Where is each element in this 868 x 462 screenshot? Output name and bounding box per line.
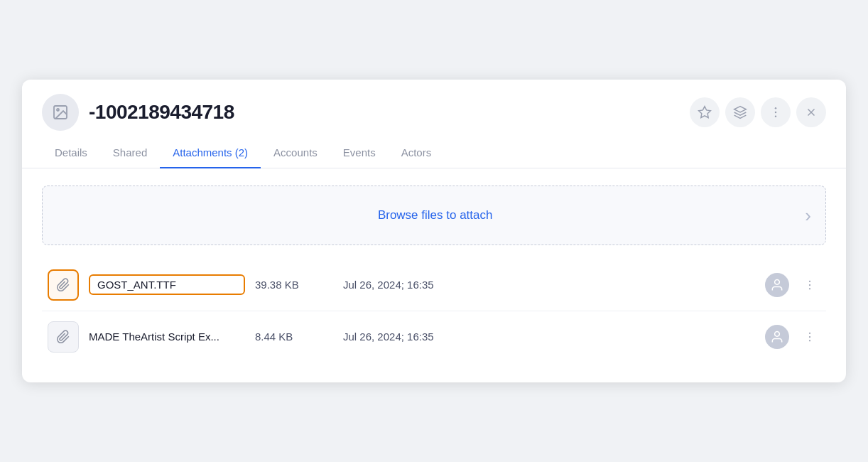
tab-details[interactable]: Details (42, 139, 100, 168)
content-area: Browse files to attach › GOST_ANT.TTF 39… (22, 168, 846, 382)
file-icon-attachment (48, 321, 79, 353)
tab-events[interactable]: Events (330, 139, 389, 168)
file-user-avatar (765, 325, 789, 349)
svg-point-16 (809, 340, 810, 341)
avatar (42, 94, 79, 131)
tab-shared[interactable]: Shared (100, 139, 160, 168)
svg-point-1 (57, 109, 59, 111)
svg-point-6 (775, 116, 777, 118)
file-icon-attachment (48, 269, 79, 301)
tab-accounts[interactable]: Accounts (261, 139, 330, 168)
file-row: MADE TheArtist Script Ex... 8.44 KB Jul … (42, 311, 826, 362)
file-user-avatar (765, 273, 789, 297)
header-actions (690, 97, 826, 127)
svg-marker-3 (734, 107, 747, 112)
svg-point-10 (809, 280, 810, 281)
file-row: GOST_ANT.TTF 39.38 KB Jul 26, 2024; 16:3… (42, 259, 826, 311)
file-list: GOST_ANT.TTF 39.38 KB Jul 26, 2024; 16:3… (42, 259, 826, 362)
main-card: -1002189434718 (22, 80, 846, 382)
browse-files-text: Browse files to attach (65, 208, 805, 222)
tabs: Details Shared Attachments (2) Accounts … (22, 139, 846, 168)
entity-title: -1002189434718 (89, 101, 234, 124)
svg-point-15 (809, 336, 810, 338)
file-name: MADE TheArtist Script Ex... (89, 331, 245, 343)
close-button[interactable] (796, 97, 826, 127)
file-more-button[interactable] (799, 326, 820, 348)
tab-attachments[interactable]: Attachments (2) (160, 139, 261, 168)
svg-point-11 (809, 284, 810, 286)
file-size: 39.38 KB (255, 279, 333, 291)
svg-marker-2 (699, 107, 711, 118)
more-options-button[interactable] (761, 97, 791, 127)
layers-button[interactable] (725, 97, 755, 127)
svg-point-5 (775, 112, 777, 114)
svg-point-9 (775, 279, 780, 284)
browse-files-box[interactable]: Browse files to attach › (42, 186, 826, 245)
chevron-right-icon: › (805, 206, 811, 225)
svg-point-12 (809, 288, 810, 289)
tab-actors[interactable]: Actors (389, 139, 445, 168)
file-date: Jul 26, 2024; 16:35 (343, 279, 755, 291)
file-size: 8.44 KB (255, 331, 333, 343)
file-date: Jul 26, 2024; 16:35 (343, 331, 755, 343)
star-button[interactable] (690, 97, 720, 127)
file-name: GOST_ANT.TTF (89, 274, 245, 295)
svg-point-4 (775, 107, 777, 109)
svg-point-13 (775, 331, 780, 336)
file-more-button[interactable] (799, 274, 820, 296)
header-left: -1002189434718 (42, 94, 234, 131)
header: -1002189434718 (22, 80, 846, 139)
svg-point-14 (809, 332, 810, 333)
